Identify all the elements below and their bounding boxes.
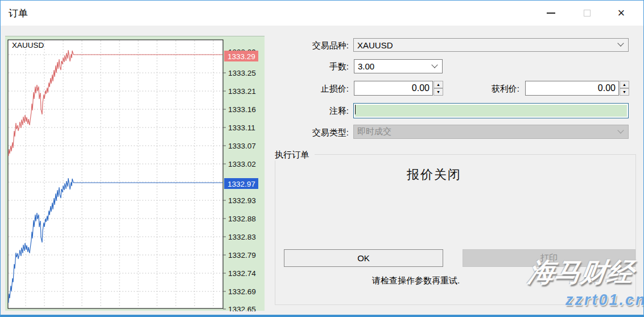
minimize-button[interactable] [538,1,564,26]
scale-label: 1332.83 [228,233,256,241]
scale-label: 1332.79 [228,251,256,260]
chart-symbol-label: XAUUSD [12,41,44,50]
type-label: 交易类型: [274,127,349,138]
stoploss-spin-up-button[interactable]: ▲ [434,81,443,88]
minimize-icon [547,13,555,14]
ask-price-badge-text: 1333.29 [228,52,255,61]
volume-value: 3.00 [358,61,374,71]
close-button[interactable]: × [608,1,634,26]
scale-label: 1332.74 [228,269,256,278]
scale-label: 1333.07 [228,142,256,150]
takeprofit-label: 获利价: [456,84,519,94]
tick-chart-panel: 1333.291333.251333.211333.161333.111333.… [5,36,265,311]
triangle-down-icon: ▼ [622,90,626,94]
chevron-down-icon [617,127,624,133]
symbol-label: 交易品种: [274,40,349,51]
scale-label: 1332.69 [228,287,256,296]
comment-input[interactable] [353,103,629,118]
takeprofit-spin-up-button[interactable]: ▲ [620,81,629,88]
close-icon: × [618,7,625,19]
chart-plot-area [8,40,223,308]
order-dialog-window: 订单 × 1333.291333.251333.211333.161333.11… [0,0,644,317]
comment-label: 注释: [274,106,349,117]
text-caret [355,105,356,114]
symbol-combobox[interactable]: XAUUSD [353,38,629,52]
chevron-down-icon [617,40,624,46]
watermark-brand-text: 海马财经 [526,255,636,290]
triangle-up-icon: ▲ [436,83,440,87]
comment-input-inner[interactable] [355,105,627,117]
takeprofit-spin-down-button[interactable]: ▼ [620,88,629,96]
stoploss-spinner[interactable]: 0.00 ▲ ▼ [354,81,443,96]
triangle-down-icon: ▼ [436,90,440,94]
tick-chart-canvas: 1333.291333.251333.211333.161333.111333.… [5,36,265,311]
stoploss-spin-down-button[interactable]: ▼ [434,88,443,96]
scale-label: 1333.11 [228,123,255,132]
scale-label: 1332.93 [228,196,256,205]
quotes-closed-message: 报价关闭 [275,166,593,183]
volume-combobox[interactable]: 3.00 [354,59,443,73]
order-type-combobox[interactable]: 即时成交 [353,125,629,139]
title-bar: 订单 × [1,1,643,26]
takeprofit-spinner[interactable]: 0.00 ▲ ▼ [525,81,629,96]
execute-order-group-title: 执行订单 [275,150,315,160]
scale-label: 1333.16 [228,105,256,114]
status-message: 请检查操作参数再重试. [274,275,558,286]
scale-label: 1332.88 [228,215,256,223]
bid-price-badge-text: 1332.97 [228,180,255,188]
order-type-value: 即时成交 [357,126,391,137]
maximize-button[interactable] [574,1,600,26]
scale-label: 1333.25 [228,69,256,77]
maximize-icon [584,10,591,17]
stoploss-label: 止损价: [274,84,349,94]
takeprofit-input[interactable]: 0.00 [525,81,619,96]
volume-label: 手数: [274,61,349,72]
symbol-value: XAUUSD [357,40,393,50]
scale-label: 1333.21 [228,87,256,96]
scale-label: 1333.02 [228,160,256,168]
chevron-down-icon [431,61,437,68]
ok-button[interactable]: OK [284,249,443,267]
window-title: 订单 [9,7,28,20]
triangle-up-icon: ▲ [622,83,626,87]
scale-label: 1332.65 [228,305,256,311]
stoploss-input[interactable]: 0.00 [354,81,433,96]
watermark-url-text: zzrt01.cn [565,291,644,309]
